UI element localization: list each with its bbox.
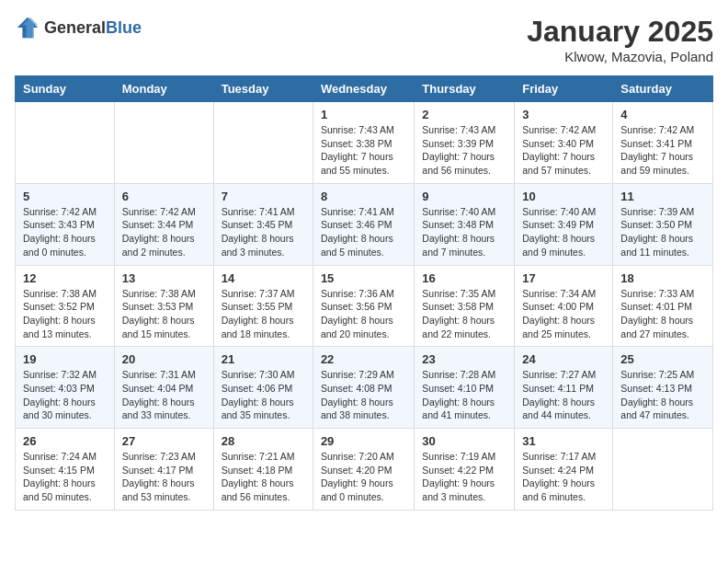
day-info: Sunrise: 7:39 AM Sunset: 3:50 PM Dayligh… (620, 205, 705, 259)
day-number: 29 (321, 434, 406, 448)
calendar-cell: 11Sunrise: 7:39 AM Sunset: 3:50 PM Dayli… (613, 183, 713, 265)
day-number: 23 (422, 352, 506, 366)
calendar-cell (613, 429, 713, 511)
day-number: 1 (321, 108, 406, 121)
day-info: Sunrise: 7:37 AM Sunset: 3:55 PM Dayligh… (222, 287, 305, 341)
calendar-cell (213, 102, 313, 184)
calendar-cell: 12Sunrise: 7:38 AM Sunset: 3:52 PM Dayli… (16, 265, 115, 347)
calendar-cell: 24Sunrise: 7:27 AM Sunset: 4:11 PM Dayli… (515, 347, 613, 429)
day-number: 25 (620, 352, 705, 366)
day-info: Sunrise: 7:21 AM Sunset: 4:18 PM Dayligh… (222, 450, 305, 504)
calendar-cell: 26Sunrise: 7:24 AM Sunset: 4:15 PM Dayli… (16, 429, 115, 511)
day-number: 2 (422, 108, 506, 121)
day-number: 10 (522, 190, 605, 203)
day-number: 31 (522, 434, 605, 448)
calendar-cell: 15Sunrise: 7:36 AM Sunset: 3:56 PM Dayli… (313, 265, 414, 347)
day-number: 13 (122, 271, 206, 285)
day-info: Sunrise: 7:25 AM Sunset: 4:13 PM Dayligh… (620, 368, 705, 422)
day-number: 16 (422, 271, 506, 285)
day-number: 9 (422, 190, 506, 203)
calendar-cell: 5Sunrise: 7:42 AM Sunset: 3:43 PM Daylig… (16, 183, 115, 265)
day-number: 26 (23, 434, 107, 448)
calendar-week-row: 5Sunrise: 7:42 AM Sunset: 3:43 PM Daylig… (16, 183, 713, 265)
calendar-cell: 6Sunrise: 7:42 AM Sunset: 3:44 PM Daylig… (114, 183, 213, 265)
day-number: 15 (321, 271, 406, 285)
day-number: 28 (222, 434, 305, 448)
calendar-cell: 8Sunrise: 7:41 AM Sunset: 3:46 PM Daylig… (313, 183, 414, 265)
day-number: 5 (23, 190, 107, 203)
calendar-cell: 18Sunrise: 7:33 AM Sunset: 4:01 PM Dayli… (613, 265, 713, 347)
day-info: Sunrise: 7:38 AM Sunset: 3:53 PM Dayligh… (122, 287, 206, 341)
day-info: Sunrise: 7:19 AM Sunset: 4:22 PM Dayligh… (422, 450, 506, 504)
day-info: Sunrise: 7:27 AM Sunset: 4:11 PM Dayligh… (522, 368, 605, 422)
calendar-cell: 9Sunrise: 7:40 AM Sunset: 3:48 PM Daylig… (415, 183, 515, 265)
day-info: Sunrise: 7:41 AM Sunset: 3:46 PM Dayligh… (321, 205, 406, 259)
logo-icon (15, 15, 40, 40)
title-block: January 2025 Klwow, Mazovia, Poland (527, 15, 713, 64)
weekday-header-cell: Tuesday (213, 76, 313, 102)
calendar-body: 1Sunrise: 7:43 AM Sunset: 3:38 PM Daylig… (16, 102, 713, 511)
calendar-cell: 7Sunrise: 7:41 AM Sunset: 3:45 PM Daylig… (213, 183, 313, 265)
day-number: 27 (122, 434, 206, 448)
calendar-cell: 31Sunrise: 7:17 AM Sunset: 4:24 PM Dayli… (515, 429, 613, 511)
day-info: Sunrise: 7:30 AM Sunset: 4:06 PM Dayligh… (222, 368, 305, 422)
day-info: Sunrise: 7:36 AM Sunset: 3:56 PM Dayligh… (321, 287, 406, 341)
calendar-week-row: 26Sunrise: 7:24 AM Sunset: 4:15 PM Dayli… (16, 429, 713, 511)
calendar-cell: 20Sunrise: 7:31 AM Sunset: 4:04 PM Dayli… (114, 347, 213, 429)
day-number: 7 (222, 190, 305, 203)
logo-text: GeneralBlue (44, 18, 142, 38)
day-number: 22 (321, 352, 406, 366)
calendar-cell: 3Sunrise: 7:42 AM Sunset: 3:40 PM Daylig… (515, 102, 613, 184)
weekday-header-cell: Thursday (415, 76, 515, 102)
day-number: 30 (422, 434, 506, 448)
day-info: Sunrise: 7:29 AM Sunset: 4:08 PM Dayligh… (321, 368, 406, 422)
day-number: 20 (122, 352, 206, 366)
day-info: Sunrise: 7:42 AM Sunset: 3:44 PM Dayligh… (122, 205, 206, 259)
day-number: 14 (222, 271, 305, 285)
calendar-cell (114, 102, 213, 184)
day-info: Sunrise: 7:40 AM Sunset: 3:49 PM Dayligh… (522, 205, 605, 259)
day-info: Sunrise: 7:42 AM Sunset: 3:43 PM Dayligh… (23, 205, 107, 259)
day-number: 12 (23, 271, 107, 285)
day-number: 19 (23, 352, 107, 366)
logo-blue: Blue (106, 18, 142, 37)
calendar-cell: 19Sunrise: 7:32 AM Sunset: 4:03 PM Dayli… (16, 347, 115, 429)
logo-general: General (44, 18, 106, 37)
weekday-header-cell: Monday (114, 76, 213, 102)
day-info: Sunrise: 7:20 AM Sunset: 4:20 PM Dayligh… (321, 450, 406, 504)
calendar-week-row: 1Sunrise: 7:43 AM Sunset: 3:38 PM Daylig… (16, 102, 713, 184)
day-number: 6 (122, 190, 206, 203)
page-header: GeneralBlue January 2025 Klwow, Mazovia,… (15, 15, 713, 64)
weekday-header-cell: Wednesday (313, 76, 414, 102)
day-number: 24 (522, 352, 605, 366)
day-info: Sunrise: 7:35 AM Sunset: 3:58 PM Dayligh… (422, 287, 506, 341)
calendar-cell: 2Sunrise: 7:43 AM Sunset: 3:39 PM Daylig… (415, 102, 515, 184)
day-info: Sunrise: 7:32 AM Sunset: 4:03 PM Dayligh… (23, 368, 107, 422)
calendar-table: SundayMondayTuesdayWednesdayThursdayFrid… (15, 75, 713, 511)
calendar-cell: 23Sunrise: 7:28 AM Sunset: 4:10 PM Dayli… (415, 347, 515, 429)
calendar-cell: 28Sunrise: 7:21 AM Sunset: 4:18 PM Dayli… (213, 429, 313, 511)
calendar-cell: 4Sunrise: 7:42 AM Sunset: 3:41 PM Daylig… (613, 102, 713, 184)
day-number: 17 (522, 271, 605, 285)
calendar-cell: 14Sunrise: 7:37 AM Sunset: 3:55 PM Dayli… (213, 265, 313, 347)
month-title: January 2025 (527, 15, 713, 49)
day-info: Sunrise: 7:43 AM Sunset: 3:39 PM Dayligh… (422, 123, 506, 178)
day-number: 4 (620, 108, 705, 121)
calendar-cell: 21Sunrise: 7:30 AM Sunset: 4:06 PM Dayli… (213, 347, 313, 429)
day-number: 18 (620, 271, 705, 285)
day-number: 8 (321, 190, 406, 203)
day-info: Sunrise: 7:41 AM Sunset: 3:45 PM Dayligh… (222, 205, 305, 259)
day-info: Sunrise: 7:33 AM Sunset: 4:01 PM Dayligh… (620, 287, 705, 341)
location-title: Klwow, Mazovia, Poland (527, 49, 713, 64)
day-info: Sunrise: 7:40 AM Sunset: 3:48 PM Dayligh… (422, 205, 506, 259)
day-info: Sunrise: 7:24 AM Sunset: 4:15 PM Dayligh… (23, 450, 107, 504)
day-info: Sunrise: 7:38 AM Sunset: 3:52 PM Dayligh… (23, 287, 107, 341)
day-number: 11 (620, 190, 705, 203)
calendar-cell: 16Sunrise: 7:35 AM Sunset: 3:58 PM Dayli… (415, 265, 515, 347)
calendar-cell: 22Sunrise: 7:29 AM Sunset: 4:08 PM Dayli… (313, 347, 414, 429)
weekday-header-cell: Sunday (16, 76, 115, 102)
calendar-cell: 27Sunrise: 7:23 AM Sunset: 4:17 PM Dayli… (114, 429, 213, 511)
calendar-cell: 1Sunrise: 7:43 AM Sunset: 3:38 PM Daylig… (313, 102, 414, 184)
calendar-cell: 25Sunrise: 7:25 AM Sunset: 4:13 PM Dayli… (613, 347, 713, 429)
day-info: Sunrise: 7:34 AM Sunset: 4:00 PM Dayligh… (522, 287, 605, 341)
